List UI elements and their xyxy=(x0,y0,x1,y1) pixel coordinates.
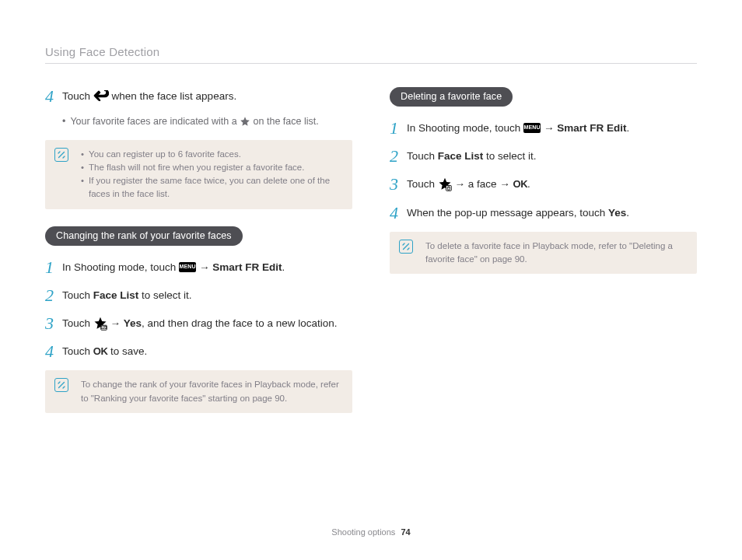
text: . xyxy=(282,261,285,273)
menu-icon: MENU xyxy=(179,262,196,272)
text: . xyxy=(527,178,530,190)
info-list: •You can register up to 6 favorite faces… xyxy=(81,148,341,201)
step-text: When the pop-up message appears, touch Y… xyxy=(407,204,629,221)
info-item: •You can register up to 6 favorite faces… xyxy=(81,148,341,161)
sub-bullet-text: Your favorite faces are indicated with a… xyxy=(70,115,318,129)
step-number: 2 xyxy=(390,147,407,166)
footer-section: Shooting options xyxy=(331,527,395,537)
info-box-delete-playback: To delete a favorite face in Playback mo… xyxy=(390,232,697,275)
arrow: → a face → xyxy=(455,178,513,190)
text: Touch xyxy=(62,345,93,357)
page-number: 74 xyxy=(401,527,410,537)
text: If you register the same face twice, you… xyxy=(89,174,341,201)
content-columns: 4 Touch when the face list appears. • Yo… xyxy=(45,87,697,430)
arrow: → xyxy=(110,317,124,329)
heading-pill-rank: Changing the rank of your favorite faces xyxy=(45,226,243,246)
text: . xyxy=(626,122,629,134)
step-4-top: 4 Touch when the face list appears. xyxy=(45,87,352,106)
arrow: → xyxy=(544,122,557,134)
bold-text: Yes xyxy=(124,317,142,329)
text: In Shooting mode, touch xyxy=(407,122,523,134)
step-number: 3 xyxy=(390,175,407,194)
step-text: Touch → a face → OK. xyxy=(407,175,530,192)
heading-pill-delete: Deleting a favorite face xyxy=(390,87,513,107)
note-icon xyxy=(399,240,413,254)
delete-step-2: 2 Touch Face List to select it. xyxy=(390,147,697,166)
star-icon xyxy=(240,115,250,128)
page-section-title: Using Face Detection xyxy=(45,45,697,64)
step-number: 2 xyxy=(45,286,62,305)
return-icon xyxy=(93,89,109,102)
text: Touch xyxy=(62,289,93,301)
sub-bullet: • Your favorite faces are indicated with… xyxy=(62,115,352,129)
star-rank-icon: 123 xyxy=(93,317,107,330)
text: In Shooting mode, touch xyxy=(62,261,179,273)
delete-step-1: 1 In Shooting mode, touch MENU → Smart F… xyxy=(390,119,697,138)
step-number: 1 xyxy=(390,119,407,138)
delete-step-3: 3 Touch → a face → OK. xyxy=(390,175,697,194)
step-text: Touch when the face list appears. xyxy=(62,87,236,104)
right-column: Deleting a favorite face 1 In Shooting m… xyxy=(390,87,697,430)
svg-text:123: 123 xyxy=(100,326,107,330)
text: Touch xyxy=(407,178,438,190)
ok-icon: OK xyxy=(93,345,108,357)
text: to save. xyxy=(110,345,147,357)
arrow: → xyxy=(199,261,212,273)
step-text: Touch Face List to select it. xyxy=(407,147,537,164)
bold-text: Yes xyxy=(608,207,626,219)
page-footer: Shooting options 74 xyxy=(0,527,742,537)
step-number: 4 xyxy=(390,204,407,222)
step-text: Touch 123 → Yes, and then drag the face … xyxy=(62,314,338,331)
text: to select it. xyxy=(138,289,191,301)
step-number: 4 xyxy=(45,342,62,361)
step-number: 1 xyxy=(45,258,62,277)
info-box-rank-playback: To change the rank of your favorite face… xyxy=(45,370,352,413)
rank-step-2: 2 Touch Face List to select it. xyxy=(45,286,352,305)
star-delete-icon xyxy=(438,178,452,191)
note-icon xyxy=(54,148,68,162)
text: , and then drag the face to a new locati… xyxy=(142,317,337,329)
text: You can register up to 6 favorite faces. xyxy=(89,148,241,161)
text: when the face list appears. xyxy=(112,90,237,102)
step-text: Touch OK to save. xyxy=(62,342,147,359)
step-text: In Shooting mode, touch MENU → Smart FR … xyxy=(407,119,629,136)
rank-step-4: 4 Touch OK to save. xyxy=(45,342,352,361)
delete-step-4: 4 When the pop-up message appears, touch… xyxy=(390,204,697,222)
bold-text: Face List xyxy=(93,289,139,301)
info-item: •If you register the same face twice, yo… xyxy=(81,174,341,201)
text: When the pop-up message appears, touch xyxy=(407,207,608,219)
bold-text: Smart FR Edit xyxy=(212,261,282,273)
text: Touch xyxy=(407,150,438,162)
step-text: In Shooting mode, touch MENU → Smart FR … xyxy=(62,258,285,275)
text: Your favorite faces are indicated with a xyxy=(70,116,240,127)
info-text: To delete a favorite face in Playback mo… xyxy=(425,240,686,267)
bold-text: Face List xyxy=(438,150,484,162)
menu-icon: MENU xyxy=(523,123,541,133)
ok-icon: OK xyxy=(513,178,528,190)
step-number: 3 xyxy=(45,314,62,333)
text: on the face list. xyxy=(254,116,319,127)
info-box-register: •You can register up to 6 favorite faces… xyxy=(45,140,352,209)
text: to select it. xyxy=(483,150,536,162)
text: Touch xyxy=(62,317,93,329)
text: Touch xyxy=(62,90,93,102)
note-icon xyxy=(54,378,68,392)
rank-step-1: 1 In Shooting mode, touch MENU → Smart F… xyxy=(45,258,352,277)
bold-text: Smart FR Edit xyxy=(557,122,626,134)
step-text: Touch Face List to select it. xyxy=(62,286,192,303)
bullet-dot: • xyxy=(62,115,65,129)
text: . xyxy=(626,207,629,219)
left-column: 4 Touch when the face list appears. • Yo… xyxy=(45,87,352,430)
step-number: 4 xyxy=(45,87,62,106)
info-item: •The flash will not fire when you regist… xyxy=(81,161,341,174)
info-text: To change the rank of your favorite face… xyxy=(81,378,341,405)
text: The flash will not fire when you registe… xyxy=(89,161,304,174)
rank-step-3: 3 Touch 123 → Yes, and then drag the fac… xyxy=(45,314,352,333)
